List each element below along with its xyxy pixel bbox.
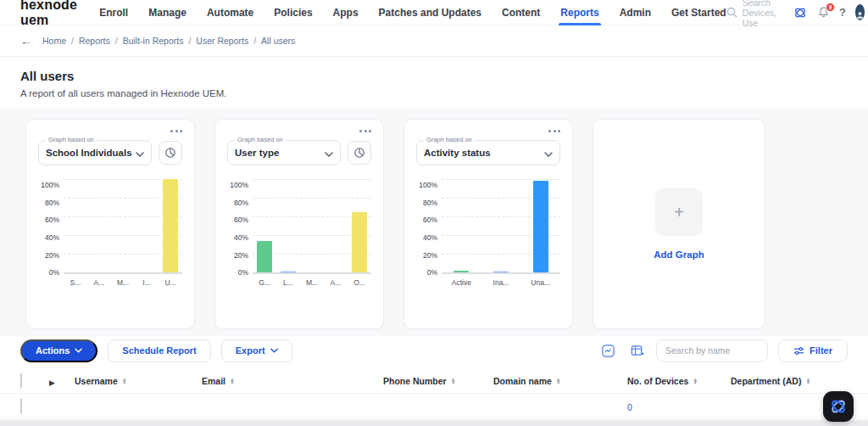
- more-options-icon[interactable]: [547, 128, 562, 134]
- actions-button[interactable]: Actions: [20, 339, 97, 362]
- charts-section: Graph based on School Individuals 100%80…: [0, 109, 868, 336]
- more-options-icon[interactable]: [169, 128, 184, 134]
- notifications-bell-icon[interactable]: 9: [817, 6, 830, 19]
- back-arrow-icon[interactable]: ←: [20, 34, 32, 48]
- search-icon: [726, 7, 737, 18]
- column-label: Username: [75, 376, 118, 386]
- graph-card-activity-status: Graph based on Activity status 100%80%60…: [403, 119, 573, 329]
- bar-L...: [281, 272, 296, 272]
- sort-icon: ▲▼: [693, 378, 698, 384]
- bar-Una...: [533, 181, 548, 272]
- table-header-row: ▶ Username ▲▼ Email ▲▼ Phone Number ▲▼ D…: [0, 369, 868, 394]
- actions-button-label: Actions: [36, 345, 70, 356]
- graph-card-school-individuals: Graph based on School Individuals 100%80…: [25, 119, 195, 329]
- table-row[interactable]: 0: [0, 394, 868, 419]
- select-all-checkbox[interactable]: [20, 373, 22, 389]
- schedule-report-button[interactable]: Schedule Report: [108, 339, 210, 362]
- expand-caret-icon[interactable]: ▶: [49, 378, 55, 387]
- graph-based-on-label: Graph based on: [46, 136, 97, 143]
- nav-item-content[interactable]: Content: [502, 0, 540, 25]
- chevron-down-icon: [75, 348, 82, 353]
- horizontal-scrollbar[interactable]: [0, 420, 868, 426]
- plus-icon: +: [674, 203, 684, 222]
- breadcrumb: Home / Reports / Built-in Reports / User…: [42, 36, 295, 46]
- add-graph-plus-tile[interactable]: +: [655, 188, 703, 236]
- customize-columns-icon[interactable]: [627, 341, 646, 360]
- column-header-domain-name[interactable]: Domain name ▲▼: [493, 376, 627, 386]
- page-subtitle: A report of all users managed in Hexnode…: [20, 88, 848, 98]
- graph-card-user-type: Graph based on User type 100%80%60%40%20…: [214, 119, 384, 329]
- global-search[interactable]: Search Devices, Use: [726, 0, 783, 28]
- row-checkbox[interactable]: [20, 398, 22, 414]
- graph-basis-value: School Individuals: [46, 148, 132, 158]
- sort-icon: ▲▼: [556, 378, 561, 384]
- column-header-phone-number[interactable]: Phone Number ▲▼: [383, 376, 493, 386]
- graph-basis-value: Activity status: [424, 148, 491, 158]
- column-label: Email: [202, 376, 225, 386]
- page-header: All users A report of all users managed …: [0, 57, 868, 109]
- export-button[interactable]: Export: [221, 339, 292, 362]
- hexnode-logo-icon: [828, 396, 849, 417]
- filter-button-label: Filter: [810, 345, 832, 356]
- nav-item-admin[interactable]: Admin: [620, 0, 651, 25]
- nav-item-patches-and-updates[interactable]: Patches and Updates: [379, 0, 481, 25]
- graph-basis-select[interactable]: Graph based on School Individuals: [38, 140, 152, 165]
- schedule-report-label: Schedule Report: [122, 345, 196, 356]
- bar-chart-activity-status: 100%80%60%40%20%0%ActiveIna...Una...: [416, 179, 560, 287]
- column-header-department-ad[interactable]: Department (AD) ▲▼: [731, 376, 848, 386]
- add-graph-label[interactable]: Add Graph: [654, 249, 704, 260]
- breadcrumb-home[interactable]: Home: [42, 36, 66, 46]
- column-header-username[interactable]: Username ▲▼: [75, 376, 202, 386]
- bar-Active: [453, 271, 469, 272]
- pie-chart-toggle-button[interactable]: [159, 141, 182, 165]
- graph-view-toggle-icon[interactable]: [598, 341, 617, 360]
- breadcrumb-reports[interactable]: Reports: [79, 36, 110, 46]
- nav-item-enroll[interactable]: Enroll: [99, 0, 128, 25]
- pie-chart-toggle-button[interactable]: [348, 141, 371, 165]
- graph-based-on-label: Graph based on: [424, 136, 475, 143]
- nav-item-manage[interactable]: Manage: [148, 0, 186, 25]
- nav-item-reports-active[interactable]: Reports: [560, 0, 598, 25]
- search-by-name-input[interactable]: [656, 339, 768, 362]
- graph-basis-select[interactable]: Graph based on User type: [227, 140, 341, 165]
- column-label: No. of Devices: [627, 376, 688, 386]
- filter-button[interactable]: Filter: [778, 339, 848, 362]
- chevron-down-icon: [136, 145, 144, 160]
- add-graph-card[interactable]: + Add Graph: [593, 119, 765, 329]
- breadcrumb-built-in-reports[interactable]: Built-in Reports: [123, 36, 184, 46]
- breadcrumb-all-users[interactable]: All users: [261, 36, 295, 46]
- top-navigation: hexnode uem Enroll Manage Automate Polic…: [0, 0, 868, 25]
- chevron-down-icon: [325, 145, 333, 160]
- hexnode-messenger-icon[interactable]: [793, 5, 808, 20]
- breadcrumb-separator: /: [71, 36, 74, 46]
- page-title: All users: [20, 69, 848, 83]
- column-header-no-of-devices[interactable]: No. of Devices ▲▼: [627, 376, 731, 386]
- graph-basis-select[interactable]: Graph based on Activity status: [416, 140, 560, 165]
- user-avatar[interactable]: [855, 4, 865, 20]
- more-options-icon[interactable]: [358, 128, 373, 134]
- sort-icon: ▲▼: [451, 378, 456, 384]
- bar-chart-school-individuals: 100%80%60%40%20%0%S...A...M...I...U...: [38, 179, 182, 287]
- sort-icon: ▲▼: [805, 378, 810, 384]
- column-label: Department (AD): [731, 376, 801, 386]
- help-icon[interactable]: ?: [839, 6, 846, 19]
- nav-item-get-started[interactable]: Get Started: [671, 0, 726, 25]
- bar-G...: [257, 241, 272, 272]
- export-button-label: Export: [236, 345, 265, 356]
- hexnode-uem-logo[interactable]: hexnode uem: [20, 0, 77, 28]
- nav-item-policies[interactable]: Policies: [274, 0, 312, 25]
- nav-item-automate[interactable]: Automate: [207, 0, 253, 25]
- nav-item-apps[interactable]: Apps: [333, 0, 359, 25]
- main-menu: Enroll Manage Automate Policies Apps Pat…: [99, 0, 726, 25]
- column-label: Domain name: [493, 376, 552, 386]
- chevron-down-icon: [270, 348, 278, 353]
- table-toolbar: Actions Schedule Report Export Filter: [0, 336, 868, 365]
- hexnode-chat-widget[interactable]: [823, 391, 854, 422]
- breadcrumb-bar: ← Home / Reports / Built-in Reports / Us…: [0, 25, 868, 57]
- breadcrumb-user-reports[interactable]: User Reports: [196, 36, 248, 46]
- bar-U...: [163, 179, 178, 272]
- devices-count-link[interactable]: 0: [627, 402, 632, 412]
- chevron-down-icon: [544, 145, 553, 160]
- column-header-email[interactable]: Email ▲▼: [202, 376, 383, 386]
- breadcrumb-separator: /: [253, 36, 256, 46]
